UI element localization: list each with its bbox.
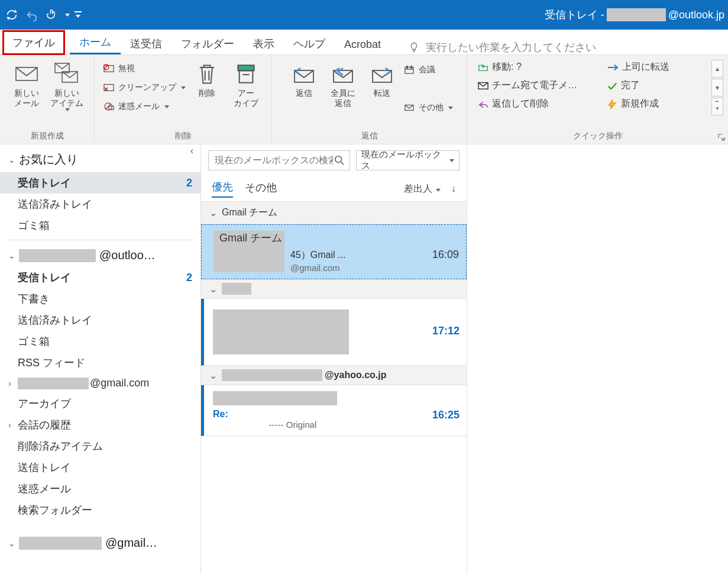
- folder-label: 送信済みトレイ: [18, 197, 92, 211]
- cleanup-button[interactable]: クリーンアップ: [103, 80, 186, 95]
- tab-other[interactable]: その他: [245, 180, 277, 197]
- forward-label: 転送: [374, 88, 390, 98]
- quick-scroll-up[interactable]: ▲: [711, 60, 723, 78]
- tab-acrobat[interactable]: Acrobat: [335, 34, 390, 54]
- folder-acc1-search-folders[interactable]: 検索フォルダー: [0, 499, 200, 521]
- folder-label: 受信トレイ: [18, 270, 71, 285]
- folder-acc1-junk[interactable]: 迷惑メール: [0, 478, 200, 499]
- account1-header[interactable]: ⌄ @outloo…: [0, 244, 200, 267]
- folder-acc1-rss[interactable]: RSS フィード: [0, 352, 200, 373]
- customize-qat-icon[interactable]: [73, 7, 83, 23]
- folder-acc1-deleted[interactable]: 削除済みアイテム: [0, 436, 200, 457]
- redacted-from: [213, 391, 337, 405]
- chevron-down-icon: ⌄: [8, 251, 15, 260]
- ignore-button[interactable]: 無視: [103, 61, 186, 76]
- tab-focused[interactable]: 優先: [212, 180, 233, 198]
- folder-acc1-gmail[interactable]: › @gmail.com: [0, 373, 200, 393]
- message-item-1[interactable]: Gmail チーム 45）Gmail ... 16:09 @gmail.com: [201, 224, 467, 279]
- sort-by-dropdown[interactable]: 差出人: [404, 183, 441, 195]
- archive-label: アー カイブ: [234, 88, 258, 108]
- tab-file[interactable]: ファイル: [2, 30, 65, 55]
- touch-mode-dropdown-icon[interactable]: [65, 14, 70, 17]
- folder-acc1-conversation-history[interactable]: › 会話の履歴: [0, 414, 200, 436]
- folder-acc1-sent[interactable]: 送信済みトレイ: [0, 309, 200, 331]
- svg-marker-1: [76, 15, 80, 18]
- account2-header[interactable]: ⌄ @gmail…: [0, 531, 200, 554]
- tab-send-receive[interactable]: 送受信: [121, 32, 172, 54]
- lightbulb-icon: [408, 40, 420, 54]
- group3-suffix: @yahoo.co.jp: [325, 370, 387, 380]
- new-item-label: 新しい アイテム: [50, 88, 83, 108]
- quick-scroll-down[interactable]: ▼: [711, 79, 723, 96]
- folder-label: 検索フォルダー: [18, 503, 92, 517]
- svg-line-25: [341, 162, 344, 165]
- folder-acc1-inbox[interactable]: 受信トレイ 2: [0, 267, 200, 288]
- sort-direction-icon[interactable]: ↓: [451, 183, 456, 194]
- tab-help[interactable]: ヘルプ: [284, 32, 335, 54]
- folder-fav-sent[interactable]: 送信済みトレイ: [0, 194, 200, 215]
- quick-steps-launcher[interactable]: [717, 133, 726, 141]
- junk-button[interactable]: 迷惑メール: [103, 99, 186, 114]
- tab-view[interactable]: 表示: [244, 32, 284, 54]
- quick-team-button[interactable]: チーム宛て電子メ…: [478, 79, 577, 92]
- tab-folder[interactable]: フォルダー: [172, 32, 244, 54]
- svg-line-7: [104, 66, 107, 69]
- favorites-section-header[interactable]: ⌄ お気に入り: [0, 147, 200, 172]
- tab-home[interactable]: ホーム: [70, 30, 121, 54]
- reply-label: 返信: [296, 88, 312, 98]
- message-group-header-3[interactable]: ⌄ @yahoo.co.jp: [201, 366, 467, 385]
- chevron-down-icon: ⌄: [209, 283, 217, 295]
- message-subject: Re:: [213, 409, 337, 420]
- list-filter-tabs: 優先 その他 差出人 ↓: [201, 176, 467, 202]
- search-scope-dropdown[interactable]: 現在のメールボックス: [356, 150, 460, 170]
- reply-all-label: 全員に 返信: [331, 88, 355, 108]
- main-area: ‹ ⌄ お気に入り 受信トレイ 2 送信済みトレイ ゴミ箱 ⌄ @outloo……: [0, 144, 728, 574]
- message-group-header-gmail[interactable]: ⌄ Gmail チーム: [201, 202, 467, 224]
- forward-button[interactable]: 転送: [364, 57, 400, 98]
- sync-icon[interactable]: [4, 7, 20, 23]
- folder-acc1-trash[interactable]: ゴミ箱: [0, 331, 200, 352]
- folder-acc1-drafts[interactable]: 下書き: [0, 288, 200, 309]
- ribbon-group-delete: 無視 クリーンアップ 迷惑メール: [95, 55, 272, 144]
- junk-label: 迷惑メール: [118, 101, 160, 112]
- quick-boss-button[interactable]: 上司に転送: [607, 61, 669, 73]
- folder-acc1-outbox[interactable]: 送信トレイ: [0, 457, 200, 478]
- quick-done-label: 完了: [621, 79, 640, 92]
- redacted-account1: [19, 249, 96, 262]
- chevron-down-icon: ⌄: [209, 207, 217, 218]
- quick-scroll-more[interactable]: ▔▼: [711, 98, 723, 115]
- folder-label: 受信トレイ: [18, 176, 71, 190]
- folder-acc1-archive[interactable]: アーカイブ: [0, 393, 200, 414]
- tell-me-search[interactable]: 実行したい作業を入力してください: [408, 40, 596, 54]
- meeting-button[interactable]: 会議: [403, 62, 453, 78]
- delete-button[interactable]: 削除: [189, 57, 225, 98]
- quick-done-button[interactable]: 完了: [607, 79, 669, 92]
- folder-count: 2: [186, 177, 192, 189]
- folder-label: @gmail.com: [90, 377, 149, 389]
- search-input[interactable]: [213, 154, 334, 166]
- search-box[interactable]: [208, 150, 350, 170]
- folder-label: 送信トレイ: [18, 460, 71, 475]
- folder-label: アーカイブ: [18, 396, 71, 411]
- redacted-account2: [19, 537, 102, 550]
- message-item-2[interactable]: 17:12: [201, 299, 467, 366]
- message-item-3[interactable]: Re: ----- Original 16:25: [201, 385, 467, 436]
- quick-move-button[interactable]: 移動: ?: [478, 61, 577, 73]
- account1-suffix: @outloo…: [99, 249, 156, 262]
- touch-mode-icon[interactable]: [44, 7, 60, 23]
- undo-icon[interactable]: [24, 7, 40, 23]
- reply-button[interactable]: 返信: [286, 57, 322, 98]
- move-folder-icon: [478, 62, 488, 73]
- minimize-folder-pane-icon[interactable]: ‹: [190, 146, 193, 156]
- folder-fav-trash[interactable]: ゴミ箱: [0, 215, 200, 236]
- more-label: その他: [419, 102, 444, 113]
- respond-more-button[interactable]: その他: [403, 100, 453, 115]
- archive-button[interactable]: アー カイブ: [228, 57, 264, 108]
- new-item-button[interactable]: 新しい アイテム: [48, 57, 86, 111]
- quick-reply-delete-button[interactable]: 返信して削除: [478, 98, 577, 110]
- message-group-header-2[interactable]: ⌄: [201, 279, 467, 299]
- reply-all-button[interactable]: 全員に 返信: [325, 57, 361, 108]
- new-mail-button[interactable]: 新しい メール: [9, 57, 44, 108]
- quick-new-button[interactable]: 新規作成: [607, 98, 669, 110]
- folder-fav-inbox[interactable]: 受信トレイ 2: [0, 172, 200, 194]
